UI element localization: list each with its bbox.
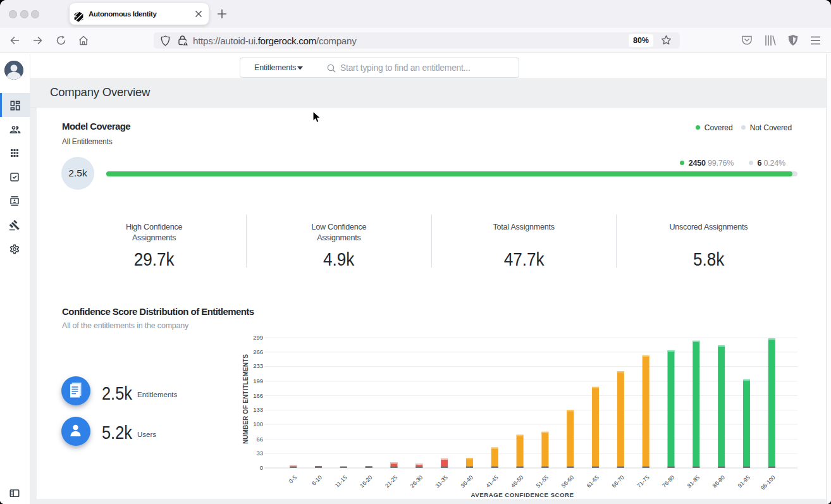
- svg-text:199: 199: [253, 378, 263, 384]
- svg-text:41-45: 41-45: [484, 474, 499, 489]
- svg-text:0-5: 0-5: [288, 474, 298, 484]
- svg-text:33: 33: [256, 450, 263, 457]
- svg-text:133: 133: [253, 406, 263, 413]
- svg-text:86-90: 86-90: [711, 474, 726, 489]
- svg-text:0: 0: [260, 464, 263, 471]
- svg-text:166: 166: [253, 392, 263, 399]
- svg-text:11-15: 11-15: [334, 474, 348, 489]
- svg-text:66: 66: [256, 436, 263, 443]
- svg-text:AVERAGE CONFIDENCE SCORE: AVERAGE CONFIDENCE SCORE: [471, 491, 574, 498]
- svg-text:56-60: 56-60: [560, 474, 575, 489]
- svg-text:26-30: 26-30: [409, 474, 424, 489]
- svg-text:21-25: 21-25: [384, 474, 398, 489]
- svg-text:91-95: 91-95: [737, 474, 751, 489]
- svg-text:61-65: 61-65: [586, 474, 600, 489]
- svg-text:76-80: 76-80: [661, 474, 675, 489]
- svg-text:66-70: 66-70: [610, 474, 625, 489]
- svg-text:96-100: 96-100: [760, 474, 777, 491]
- svg-text:16-20: 16-20: [359, 474, 373, 489]
- svg-text:71-75: 71-75: [636, 474, 650, 489]
- svg-text:51-55: 51-55: [535, 474, 550, 489]
- svg-text:266: 266: [253, 348, 263, 355]
- svg-text:NUMBER OF ENTITLEMENTS: NUMBER OF ENTITLEMENTS: [242, 354, 249, 444]
- svg-text:81-85: 81-85: [686, 474, 701, 489]
- svg-text:100: 100: [253, 421, 263, 427]
- svg-text:299: 299: [253, 335, 263, 341]
- svg-text:233: 233: [253, 362, 263, 369]
- svg-text:6-10: 6-10: [311, 474, 323, 487]
- svg-text:36-40: 36-40: [459, 474, 474, 489]
- svg-text:31-35: 31-35: [434, 474, 449, 489]
- svg-text:46-50: 46-50: [510, 474, 524, 489]
